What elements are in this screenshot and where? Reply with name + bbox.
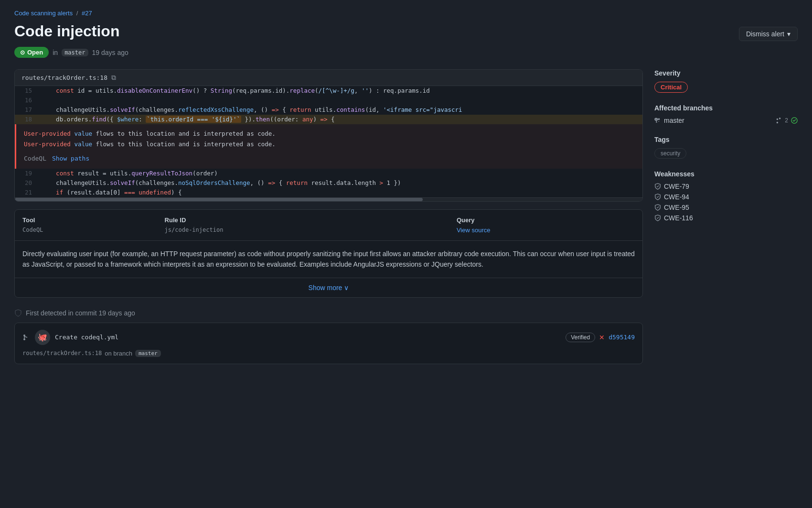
code-line-15: 15 const id = utils.disableOnContainerEn… bbox=[15, 86, 642, 96]
sidebar: Severity Critical Affected branches mast… bbox=[654, 69, 798, 233]
breadcrumb-issue-number: #27 bbox=[82, 10, 92, 17]
page-title: Code injection bbox=[14, 22, 798, 40]
rule-id-header: Rule ID bbox=[157, 210, 449, 226]
check-icon bbox=[791, 117, 798, 124]
branch-count: 2 bbox=[785, 117, 788, 124]
cwe-label: CWE-95 bbox=[664, 204, 689, 211]
sidebar-tags: Tags security bbox=[654, 136, 798, 159]
first-detected-text: First detected in commit 19 days ago bbox=[26, 309, 135, 317]
main-layout: routes/trackOrder.ts:18 ⧉ 15 const id = … bbox=[14, 69, 798, 364]
fork-icon bbox=[775, 117, 782, 124]
codeql-label: CodeQL bbox=[24, 154, 46, 164]
commit-left: 🐙 Create codeql.yml bbox=[22, 330, 118, 345]
chevron-down-icon: ▾ bbox=[787, 30, 791, 38]
svg-point-6 bbox=[656, 121, 657, 123]
show-more-button[interactable]: Show more ∨ bbox=[309, 284, 349, 292]
line-number-17: 17 bbox=[15, 105, 38, 115]
tool-value: CodeQL bbox=[15, 226, 157, 240]
code-line-21: 21 if (result.data[0] === undefined) { bbox=[15, 188, 642, 197]
severity-title: Severity bbox=[654, 69, 798, 77]
line-number-21: 21 bbox=[15, 188, 38, 197]
shield-open-icon: ⊙ bbox=[20, 49, 25, 56]
cwe-shield-icon bbox=[654, 204, 661, 211]
code-line-17: 17 challengeUtils.solveIf(challenges.ref… bbox=[15, 105, 642, 115]
cwe-label: CWE-94 bbox=[664, 193, 689, 201]
weaknesses-list: CWE-79 CWE-94 CWE-95 CWE-116 bbox=[654, 183, 798, 222]
branch-row: master 2 bbox=[654, 117, 798, 124]
sidebar-branches: Affected branches master bbox=[654, 104, 798, 124]
code-line-20: 20 challengeUtils.solveIf(challenges.noS… bbox=[15, 178, 642, 188]
line-code-20: challengeUtils.solveIf(challenges.noSqlO… bbox=[38, 178, 409, 188]
breadcrumb-link[interactable]: Code scanning alerts bbox=[14, 10, 73, 17]
branch-right: 2 bbox=[775, 117, 798, 124]
cwe-label: CWE-79 bbox=[664, 183, 689, 190]
code-line-16: 16 bbox=[15, 96, 642, 105]
weakness-item: CWE-116 bbox=[654, 214, 798, 222]
status-row: ⊙ Open in master 19 days ago bbox=[14, 47, 798, 58]
code-scrollbar[interactable] bbox=[15, 197, 642, 201]
line-code-17: challengeUtils.solveIf(challenges.reflec… bbox=[38, 105, 470, 115]
info-panel: Tool Rule ID Query CodeQL js/code-inject… bbox=[14, 209, 643, 298]
alert-line-1: User-provided value flows to this locati… bbox=[24, 129, 635, 139]
weakness-item: CWE-79 bbox=[654, 183, 798, 190]
copy-icon[interactable]: ⧉ bbox=[111, 74, 116, 82]
show-more-bar: Show more ∨ bbox=[15, 278, 642, 297]
status-time: 19 days ago bbox=[92, 49, 128, 56]
code-content: 15 const id = utils.disableOnContainerEn… bbox=[15, 86, 642, 201]
show-paths-link[interactable]: Show paths bbox=[52, 154, 89, 164]
query-header: Query bbox=[449, 210, 642, 226]
on-branch-label: on branch bbox=[105, 350, 132, 357]
line-code-18: db.orders.find({ $where: `this.orderId =… bbox=[38, 115, 342, 124]
sidebar-weaknesses: Weaknesses CWE-79 CWE-94 CWE-95 bbox=[654, 170, 798, 222]
line-code-19: const result = utils.queryResultToJson(o… bbox=[38, 169, 225, 178]
alert-line-2: User-provided value flows to this locati… bbox=[24, 140, 635, 149]
description-text: Directly evaluating user input (for exam… bbox=[22, 249, 635, 270]
status-branch: master bbox=[62, 49, 88, 56]
line-number-18: 18 bbox=[15, 115, 38, 124]
severity-badge: Critical bbox=[654, 82, 688, 93]
code-line-18: 18 db.orders.find({ $where: `this.orderI… bbox=[15, 115, 642, 124]
cwe-shield-icon bbox=[654, 183, 661, 190]
branch-left: master bbox=[654, 117, 684, 124]
code-scrollbar-thumb bbox=[15, 198, 423, 201]
first-detected: First detected in commit 19 days ago bbox=[14, 309, 643, 317]
content-area: routes/trackOrder.ts:18 ⧉ 15 const id = … bbox=[14, 69, 643, 364]
alert-footer: CodeQL Show paths bbox=[24, 154, 635, 164]
dismiss-alert-button[interactable]: Dismiss alert ▾ bbox=[739, 27, 798, 41]
status-in-label: in bbox=[53, 49, 58, 56]
info-table: Tool Rule ID Query CodeQL js/code-inject… bbox=[15, 210, 642, 240]
weakness-item: CWE-95 bbox=[654, 204, 798, 211]
commit-title: Create codeql.yml bbox=[55, 334, 118, 341]
breadcrumb-separator: / bbox=[76, 10, 78, 17]
svg-point-0 bbox=[23, 335, 25, 336]
commit-branch-name: master bbox=[135, 350, 161, 357]
query-value: View source bbox=[449, 226, 642, 240]
tool-header: Tool bbox=[15, 210, 157, 226]
shield-icon-sm bbox=[14, 309, 22, 317]
line-number-20: 20 bbox=[15, 178, 38, 188]
commit-right: Verified ✕ d595149 bbox=[566, 333, 635, 342]
line-code-16 bbox=[38, 96, 53, 105]
status-badge: ⊙ Open bbox=[14, 47, 49, 58]
line-number-16: 16 bbox=[15, 96, 38, 105]
sidebar-severity: Severity Critical bbox=[654, 69, 798, 93]
description-block: Directly evaluating user input (for exam… bbox=[15, 240, 642, 278]
weakness-item: CWE-94 bbox=[654, 193, 798, 201]
commit-hash: d595149 bbox=[609, 334, 635, 341]
dismiss-label: Dismiss alert bbox=[746, 30, 784, 38]
commit-file-row: routes/trackOrder.ts:18 on branch master bbox=[22, 350, 635, 357]
branch-icon bbox=[654, 117, 661, 124]
show-more-label: Show more bbox=[309, 284, 342, 292]
commit-header: 🐙 Create codeql.yml Verified ✕ d595149 bbox=[22, 330, 635, 345]
breadcrumb: Code scanning alerts / #27 bbox=[14, 10, 798, 17]
weaknesses-title: Weaknesses bbox=[654, 170, 798, 178]
git-commit-icon bbox=[22, 334, 30, 341]
x-icon: ✕ bbox=[599, 334, 605, 341]
code-filename: routes/trackOrder.ts:18 bbox=[21, 74, 107, 81]
branch-name: master bbox=[664, 117, 684, 124]
commit-file-path: routes/trackOrder.ts:18 bbox=[22, 350, 102, 357]
code-panel-header: routes/trackOrder.ts:18 ⧉ bbox=[15, 70, 642, 86]
code-line-19: 19 const result = utils.queryResultToJso… bbox=[15, 169, 642, 178]
avatar: 🐙 bbox=[35, 330, 50, 345]
view-source-link[interactable]: View source bbox=[457, 227, 491, 234]
